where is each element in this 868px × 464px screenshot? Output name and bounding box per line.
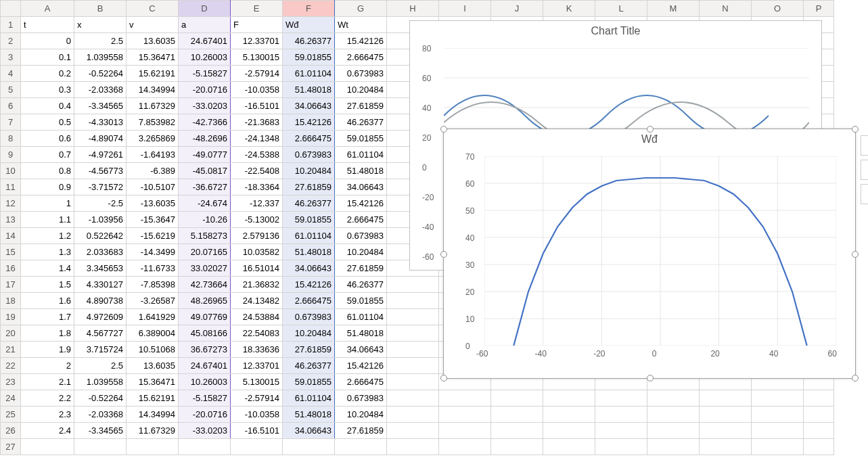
cell[interactable]: -1.03956 — [74, 212, 127, 228]
cell[interactable]: 1 — [21, 195, 74, 212]
cell[interactable]: -10.0358 — [231, 407, 283, 423]
cell[interactable]: 61.01104 — [283, 66, 335, 82]
cell[interactable] — [387, 293, 439, 309]
col-header-C[interactable]: C — [127, 1, 179, 17]
col-header-O[interactable]: O — [752, 1, 804, 17]
col-header-H[interactable]: H — [387, 1, 439, 17]
cell[interactable]: 59.01855 — [283, 212, 335, 228]
cell[interactable]: 0.673983 — [335, 390, 387, 407]
cell[interactable]: 2 — [21, 358, 74, 374]
cell[interactable]: -5.13002 — [231, 212, 283, 228]
row-header[interactable]: 1 — [1, 17, 21, 33]
cell[interactable]: 14.34994 — [127, 407, 179, 423]
cell[interactable]: 4.972609 — [74, 309, 127, 325]
cell[interactable]: 11.67329 — [127, 98, 179, 114]
cell[interactable] — [439, 439, 491, 455]
cell[interactable] — [21, 439, 74, 455]
cell[interactable] — [439, 423, 491, 439]
cell[interactable] — [647, 390, 700, 407]
cell[interactable]: a — [179, 17, 231, 33]
cell[interactable]: -16.5101 — [231, 423, 283, 439]
select-all-corner[interactable] — [1, 1, 21, 17]
cell[interactable]: 20.07165 — [179, 244, 231, 260]
cell[interactable]: 27.61859 — [335, 260, 387, 277]
resize-handle[interactable] — [647, 126, 654, 133]
cell[interactable] — [752, 423, 804, 439]
cell[interactable]: -18.3364 — [231, 179, 283, 195]
cell[interactable]: -10.0358 — [231, 82, 283, 98]
cell[interactable]: 12.33701 — [231, 358, 283, 374]
cell[interactable]: 1.1 — [21, 212, 74, 228]
cell[interactable]: 10.26003 — [179, 49, 231, 66]
row-header[interactable]: 2 — [1, 33, 21, 49]
cell[interactable]: -3.34565 — [74, 98, 127, 114]
cell[interactable] — [700, 423, 752, 439]
cell[interactable]: 2.5 — [74, 33, 127, 49]
cell[interactable]: -49.0777 — [179, 147, 231, 163]
cell[interactable]: -24.5388 — [231, 147, 283, 163]
cell[interactable]: -4.33013 — [74, 114, 127, 131]
cell[interactable] — [543, 390, 595, 407]
cell[interactable]: 2.666475 — [283, 131, 335, 147]
cell[interactable]: 59.01855 — [283, 49, 335, 66]
row-header[interactable]: 20 — [1, 325, 21, 342]
wd-chart[interactable]: Wđ 706050403 — [443, 129, 856, 379]
cell[interactable]: 46.26377 — [283, 33, 335, 49]
cell[interactable]: 49.07769 — [179, 309, 231, 325]
cell[interactable]: 1.8 — [21, 325, 74, 342]
cell[interactable]: 15.42126 — [335, 358, 387, 374]
cell[interactable]: -16.5101 — [231, 98, 283, 114]
col-header-G[interactable]: G — [335, 1, 387, 17]
cell[interactable]: -45.0817 — [179, 163, 231, 179]
cell[interactable] — [387, 358, 439, 374]
col-header-F[interactable]: F — [283, 1, 335, 17]
cell[interactable]: 5.130015 — [231, 374, 283, 390]
cell[interactable]: 24.67401 — [179, 33, 231, 49]
cell[interactable]: 27.61859 — [335, 423, 387, 439]
cell[interactable]: 46.26377 — [283, 195, 335, 212]
cell[interactable]: -11.6733 — [127, 260, 179, 277]
cell[interactable]: 0.522642 — [74, 228, 127, 244]
cell[interactable]: v — [127, 17, 179, 33]
resize-handle[interactable] — [852, 375, 859, 381]
cell[interactable]: F — [231, 17, 283, 33]
cell[interactable] — [491, 423, 543, 439]
cell[interactable]: 21.36832 — [231, 277, 283, 293]
cell[interactable]: 51.48018 — [335, 325, 387, 342]
cell[interactable]: 0.3 — [21, 82, 74, 98]
cell[interactable] — [179, 439, 231, 455]
col-header-D[interactable]: D — [179, 1, 231, 17]
cell[interactable]: 0.673983 — [283, 147, 335, 163]
cell[interactable]: 6.389004 — [127, 325, 179, 342]
cell[interactable] — [439, 390, 491, 407]
cell[interactable] — [752, 439, 804, 455]
cell[interactable] — [543, 407, 595, 423]
cell[interactable]: 27.61859 — [283, 179, 335, 195]
cell[interactable]: -2.57914 — [231, 390, 283, 407]
row-header[interactable]: 16 — [1, 260, 21, 277]
cell[interactable]: -2.03368 — [74, 82, 127, 98]
cell[interactable]: 3.265869 — [127, 131, 179, 147]
cell[interactable] — [804, 439, 834, 455]
cell[interactable]: 15.42126 — [335, 33, 387, 49]
col-header-J[interactable]: J — [491, 1, 543, 17]
cell[interactable]: 2.1 — [21, 374, 74, 390]
cell[interactable]: 24.13482 — [231, 293, 283, 309]
cell[interactable]: 34.06643 — [283, 260, 335, 277]
cell[interactable]: 12.33701 — [231, 33, 283, 49]
cell[interactable] — [595, 439, 647, 455]
col-header-E[interactable]: E — [231, 1, 283, 17]
cell[interactable]: 10.26003 — [179, 374, 231, 390]
row-header[interactable]: 27 — [1, 439, 21, 455]
col-header-N[interactable]: N — [700, 1, 752, 17]
cell[interactable]: 0.673983 — [283, 309, 335, 325]
cell[interactable]: 27.61859 — [335, 98, 387, 114]
cell[interactable]: 2.666475 — [335, 374, 387, 390]
row-header[interactable]: 8 — [1, 131, 21, 147]
cell[interactable] — [647, 423, 700, 439]
cell[interactable]: 2.2 — [21, 390, 74, 407]
cell[interactable] — [595, 407, 647, 423]
col-header-I[interactable]: I — [439, 1, 491, 17]
cell[interactable] — [387, 277, 439, 293]
cell[interactable]: 42.73664 — [179, 277, 231, 293]
